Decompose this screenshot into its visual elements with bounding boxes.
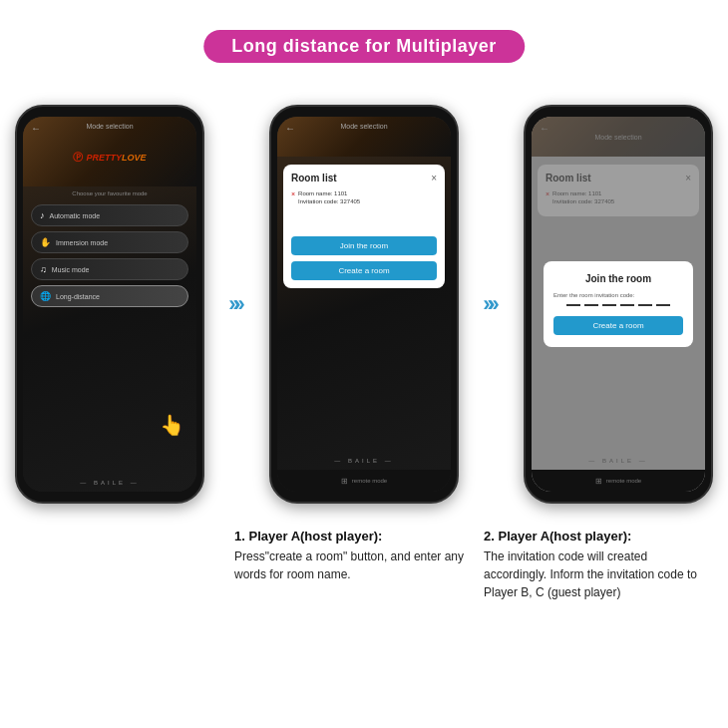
room-list-title: Room list [291, 173, 337, 183]
long-distance-label: Long-distance [56, 293, 100, 300]
phone3-create-room-btn[interactable]: Create a room [553, 316, 683, 335]
room-info: Room name: 1101 Invitation code: 327405 [298, 189, 360, 206]
desc-2-text: The invitation code will created accordi… [484, 547, 713, 601]
phone-3-overlay: Join the room Enter the room invitation … [532, 117, 705, 492]
room-list-modal: Room list × × Room name: 1101 Invitation… [283, 165, 445, 288]
room-item: × Room name: 1101 Invitation code: 32740… [291, 189, 437, 206]
phone-3-screen: ← Mode selection Room list × × Room name… [532, 117, 705, 492]
back-arrow-2: ← [285, 123, 295, 134]
phone-1-bg: ← Mode selection Ⓟ PRETTYLOVE Choose you… [23, 117, 196, 492]
automatic-icon: ♪ [40, 210, 45, 220]
phone-2-screen: ← Mode selection Room list × × Room name… [277, 117, 451, 492]
arrow-1: » » [214, 295, 259, 313]
logo-pretty: PRETTYLOVE [86, 153, 146, 163]
input-dash-1 [566, 304, 580, 306]
desc-2-number: 2. Player A(host player): [484, 529, 713, 544]
immersion-label: Immersion mode [56, 239, 108, 246]
desc-block-1: 1. Player A(host player): Press"create a… [234, 529, 464, 601]
choose-text: Choose your favourite mode [23, 190, 196, 196]
input-dash-2 [584, 304, 598, 306]
double-chevron-1: » » [232, 295, 241, 313]
logo-icon: Ⓟ [73, 151, 83, 165]
mode-selection-label-2: Mode selection [340, 123, 387, 130]
baile-footer-2: — BAILE — [277, 458, 451, 464]
phone-1-screen: ← Mode selection Ⓟ PRETTYLOVE Choose you… [23, 117, 196, 492]
join-room-label: Enter the room invitation code: [553, 292, 683, 298]
descriptions-area: 1. Player A(host player): Press"create a… [15, 529, 713, 601]
globe-icon: 🌐 [40, 291, 51, 301]
automatic-mode-btn[interactable]: ♪ Automatic mode [31, 204, 188, 226]
remote-mode-bar-3: ⊞ remote mode [532, 470, 705, 492]
room-name: Room name: 1101 [298, 189, 360, 197]
phone-2-header: ← Mode selection [277, 117, 451, 157]
baile-footer-1: — BAILE — [23, 480, 196, 486]
logo-area: Ⓟ PRETTYLOVE [73, 151, 146, 165]
create-room-btn[interactable]: Create a room [291, 261, 437, 280]
join-room-btn[interactable]: Join the room [291, 236, 437, 255]
modal-buttons: Join the room Create a room [291, 236, 437, 280]
room-x-icon: × [291, 190, 295, 197]
join-room-box: Join the room Enter the room invitation … [544, 261, 693, 347]
chevron-2b: » [488, 291, 500, 317]
input-dash-6 [656, 304, 670, 306]
baile-footer-3: — BAILE — [532, 458, 705, 464]
desc-block-spacer [15, 529, 214, 601]
music-label: Music mode [52, 266, 90, 273]
remote-icon-2: ⊞ [341, 477, 348, 486]
page-title: Long distance for Multiplayer [231, 36, 497, 56]
desc-1-number: 1. Player A(host player): [234, 529, 464, 544]
input-dash-3 [602, 304, 616, 306]
modal-title-bar: Room list × [291, 173, 437, 183]
music-icon: ♫ [40, 264, 47, 274]
room-code: Invitation code: 327405 [298, 197, 360, 205]
desc-2-number-text: 2. [484, 529, 495, 544]
desc-2-title: Player A(host player): [498, 529, 631, 544]
phone-1-header: ← Mode selection Ⓟ PRETTYLOVE [23, 117, 196, 186]
remote-label-2: remote mode [352, 478, 387, 484]
modal-close-btn[interactable]: × [431, 173, 437, 183]
phone-3-bg: ← Mode selection Room list × × Room name… [532, 117, 705, 492]
phone-2: ← Mode selection Room list × × Room name… [269, 105, 459, 504]
desc-1-title: Player A(host player): [248, 529, 382, 544]
long-distance-mode-btn[interactable]: 🌐 Long-distance [31, 285, 188, 307]
mode-buttons: ♪ Automatic mode ✋ Immersion mode ♫ Musi… [23, 204, 196, 307]
remote-mode-bar-2: ⊞ remote mode [277, 470, 451, 492]
arrow-2: » » [469, 295, 514, 313]
desc-1-number-text: 1. [234, 529, 245, 544]
phones-area: ← Mode selection Ⓟ PRETTYLOVE Choose you… [15, 90, 713, 519]
phone-3: ← Mode selection Room list × × Room name… [524, 105, 713, 504]
music-mode-btn[interactable]: ♫ Music mode [31, 258, 188, 280]
finger-cursor-icon: 👆 [160, 413, 184, 437]
input-dash-5 [638, 304, 652, 306]
chevron-1b: » [233, 291, 245, 317]
double-chevron-2: » » [487, 295, 496, 313]
back-arrow-icon: ← [31, 123, 41, 134]
join-room-title: Join the room [553, 273, 683, 284]
page-title-container: Long distance for Multiplayer [203, 30, 525, 63]
join-room-input[interactable] [553, 304, 683, 306]
automatic-label: Automatic mode [50, 212, 101, 219]
desc-block-2: 2. Player A(host player): The invitation… [484, 529, 713, 601]
remote-label-3: remote mode [606, 478, 641, 484]
remote-icon-3: ⊞ [595, 477, 602, 486]
desc-1-text: Press"create a room" button, and enter a… [234, 547, 464, 583]
immersion-mode-btn[interactable]: ✋ Immersion mode [31, 231, 188, 253]
phone-1: ← Mode selection Ⓟ PRETTYLOVE Choose you… [15, 105, 204, 504]
mode-selection-label-1: Mode selection [86, 123, 133, 130]
phone-2-bg: ← Mode selection Room list × × Room name… [277, 117, 451, 492]
input-dash-4 [620, 304, 634, 306]
immersion-icon: ✋ [40, 237, 51, 247]
